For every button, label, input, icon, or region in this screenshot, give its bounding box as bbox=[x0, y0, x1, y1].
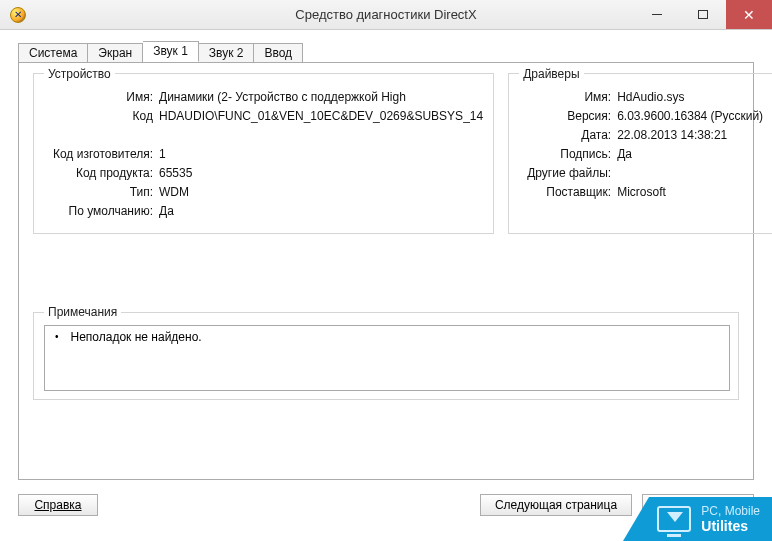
row-blank bbox=[44, 126, 483, 145]
note-text: Неполадок не найдено. bbox=[71, 328, 202, 346]
watermark-text: PC, Mobile Utilites bbox=[701, 504, 760, 534]
watermark-line2: Utilites bbox=[701, 519, 760, 534]
minimize-button[interactable] bbox=[634, 0, 680, 29]
tab-display[interactable]: Экран bbox=[88, 43, 143, 63]
minimize-icon bbox=[652, 14, 662, 15]
monitor-icon bbox=[657, 506, 691, 532]
value-driver-signed: Да bbox=[617, 145, 763, 164]
value-driver-name: HdAudio.sys bbox=[617, 88, 763, 107]
label-device-hardware-id: Код bbox=[44, 107, 159, 126]
watermark-badge: PC, Mobile Utilites bbox=[649, 497, 772, 541]
tab-strip: Система Экран Звук 1 Звук 2 Ввод bbox=[18, 40, 754, 62]
group-drivers-legend: Драйверы bbox=[519, 67, 583, 81]
label-driver-other-files: Другие файлы: bbox=[519, 164, 617, 183]
value-driver-provider: Microsoft bbox=[617, 183, 763, 202]
close-button[interactable]: ✕ bbox=[726, 0, 772, 29]
group-notes: Примечания • Неполадок не найдено. bbox=[33, 312, 739, 400]
notes-textbox[interactable]: • Неполадок не найдено. bbox=[44, 325, 730, 391]
titlebar: Средство диагностики DirectX ✕ bbox=[0, 0, 772, 30]
row-driver-other-files: Другие файлы: bbox=[519, 164, 763, 183]
value-device-hardware-id: HDAUDIO\FUNC_01&VEN_10EC&DEV_0269&SUBSYS… bbox=[159, 107, 483, 126]
value-device-name: Динамики (2- Устройство с поддержкой Hig… bbox=[159, 88, 483, 107]
maximize-button[interactable] bbox=[680, 0, 726, 29]
group-notes-legend: Примечания bbox=[44, 305, 121, 319]
row-manufacturer-id: Код изготовителя: 1 bbox=[44, 145, 483, 164]
maximize-icon bbox=[698, 10, 708, 19]
label-driver-version: Версия: bbox=[519, 107, 617, 126]
download-arrow-icon bbox=[667, 512, 683, 522]
row-product-id: Код продукта: 65535 bbox=[44, 164, 483, 183]
label-driver-date: Дата: bbox=[519, 126, 617, 145]
value-driver-version: 6.03.9600.16384 (Русский) bbox=[617, 107, 763, 126]
info-columns: Устройство Имя: Динамики (2- Устройство … bbox=[33, 73, 739, 234]
note-line: • Неполадок не найдено. bbox=[51, 328, 723, 346]
tab-input[interactable]: Ввод bbox=[254, 43, 303, 63]
tab-pane-sound1: Устройство Имя: Динамики (2- Устройство … bbox=[18, 62, 754, 480]
row-device-name: Имя: Динамики (2- Устройство с поддержко… bbox=[44, 88, 483, 107]
label-device-type: Тип: bbox=[44, 183, 159, 202]
label-driver-provider: Поставщик: bbox=[519, 183, 617, 202]
row-driver-provider: Поставщик: Microsoft bbox=[519, 183, 763, 202]
tab-sound1[interactable]: Звук 1 bbox=[143, 41, 199, 62]
label-driver-signed: Подпись: bbox=[519, 145, 617, 164]
app-icon bbox=[10, 7, 26, 23]
next-page-button[interactable]: Следующая страница bbox=[480, 494, 632, 516]
group-drivers: Драйверы Имя: HdAudio.sys Версия: 6.03.9… bbox=[508, 73, 772, 234]
window-controls: ✕ bbox=[634, 0, 772, 29]
row-device-hardware-id: Код HDAUDIO\FUNC_01&VEN_10EC&DEV_0269&SU… bbox=[44, 107, 483, 126]
watermark-line1: PC, Mobile bbox=[701, 504, 760, 519]
value-driver-date: 22.08.2013 14:38:21 bbox=[617, 126, 763, 145]
bullet-icon: • bbox=[55, 328, 59, 346]
value-driver-other-files bbox=[617, 164, 763, 183]
row-driver-name: Имя: HdAudio.sys bbox=[519, 88, 763, 107]
label-manufacturer-id: Код изготовителя: bbox=[44, 145, 159, 164]
close-icon: ✕ bbox=[743, 7, 755, 23]
row-driver-signed: Подпись: Да bbox=[519, 145, 763, 164]
label-product-id: Код продукта: bbox=[44, 164, 159, 183]
help-button[interactable]: Справка bbox=[18, 494, 98, 516]
client-area: Система Экран Звук 1 Звук 2 Ввод Устройс… bbox=[0, 30, 772, 541]
group-device: Устройство Имя: Динамики (2- Устройство … bbox=[33, 73, 494, 234]
label-device-default: По умолчанию: bbox=[44, 202, 159, 221]
row-driver-date: Дата: 22.08.2013 14:38:21 bbox=[519, 126, 763, 145]
value-device-type: WDM bbox=[159, 183, 483, 202]
group-device-legend: Устройство bbox=[44, 67, 115, 81]
row-device-type: Тип: WDM bbox=[44, 183, 483, 202]
value-device-default: Да bbox=[159, 202, 483, 221]
tab-system[interactable]: Система bbox=[18, 43, 88, 63]
row-device-default: По умолчанию: Да bbox=[44, 202, 483, 221]
tab-sound2[interactable]: Звук 2 bbox=[199, 43, 255, 63]
value-manufacturer-id: 1 bbox=[159, 145, 483, 164]
value-product-id: 65535 bbox=[159, 164, 483, 183]
row-driver-version: Версия: 6.03.9600.16384 (Русский) bbox=[519, 107, 763, 126]
label-driver-name: Имя: bbox=[519, 88, 617, 107]
label-device-name: Имя: bbox=[44, 88, 159, 107]
